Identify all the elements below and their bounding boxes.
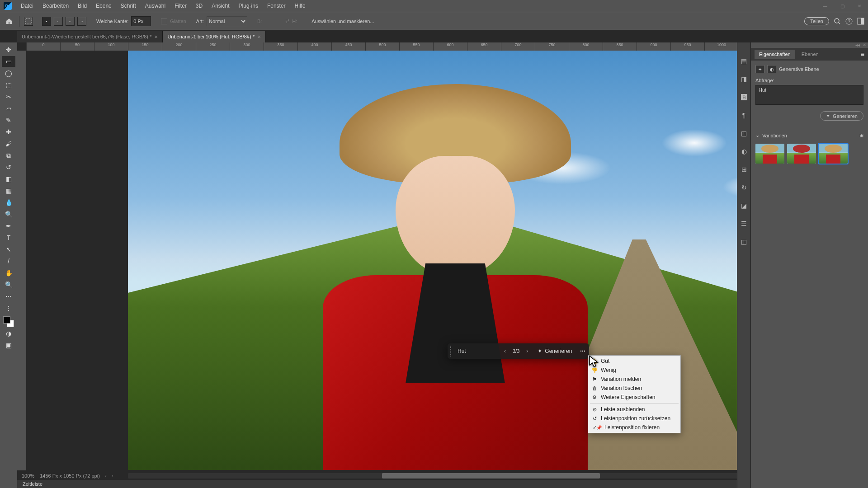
help-icon[interactable]: ? [845,18,853,25]
generative-fill-bar[interactable]: Hut ‹ 3/3 › ✦ Generieren ⋯ [448,343,589,359]
menu-fenster[interactable]: Fenster [263,3,290,9]
path-select-tool[interactable]: ↖ [2,244,15,255]
quick-mask[interactable]: ◑ [2,328,15,339]
chevron-left-icon[interactable]: ‹ [112,474,113,478]
chevron-down-icon[interactable]: ⌄ [755,132,760,138]
ctx-variation-loeschen[interactable]: 🗑Variation löschen [588,384,680,393]
menu-auswahl[interactable]: Auswahl [141,3,170,9]
sel-mode-intersect[interactable]: ▫ [77,17,86,26]
menu-plugins[interactable]: Plug-ins [234,3,263,9]
shape-tool[interactable]: / [2,256,15,267]
dock-icon-5[interactable]: ◳ [739,128,749,138]
menu-hilfe[interactable]: Hilfe [290,3,310,9]
tab-close-icon[interactable]: ✕ [154,34,158,39]
collapse-panels-icon[interactable]: ◂◂ [855,42,860,48]
healing-tool[interactable]: ✚ [2,127,15,137]
search-icon[interactable] [834,18,841,25]
chevron-right-icon[interactable]: › [105,474,107,478]
menu-bild[interactable]: Bild [73,3,91,9]
ctx-leiste-ausblenden[interactable]: ⊘Leiste ausblenden [588,405,680,414]
menu-3d[interactable]: 3D [191,3,207,9]
crop-tool[interactable]: ✂ [2,91,15,102]
generate-button-bar[interactable]: ✦ Generieren [533,348,576,354]
window-maximize[interactable]: ▢ [834,0,851,12]
workspace-icon[interactable] [857,18,864,25]
marquee-tool-icon[interactable] [24,17,33,26]
tab-ebenen[interactable]: Ebenen [797,50,823,59]
menu-ebene[interactable]: Ebene [91,3,116,9]
window-close[interactable]: ✕ [851,0,868,12]
antialias-checkbox[interactable] [161,18,167,24]
menu-filter[interactable]: Filter [170,3,191,9]
screen-mode[interactable]: ▣ [2,340,15,351]
menu-ansicht[interactable]: Ansicht [207,3,234,9]
doc-info[interactable]: 1456 Px x 1050 Px (72 ppi) [40,473,100,479]
eraser-tool[interactable]: ◧ [2,174,15,184]
blur-tool[interactable]: 💧 [2,197,15,208]
variation-thumb-3[interactable] [819,144,848,164]
zoom-tool[interactable]: 🔍 [2,279,15,290]
generate-button-panel[interactable]: ✦ Generieren [820,111,863,121]
document-tab-2[interactable]: Unbenannt-1 bei 100% (Hut, RGB/8#) * ✕ [163,31,266,42]
variation-thumb-2[interactable] [787,144,816,164]
dock-icon-7[interactable]: ⊞ [739,164,749,174]
window-minimize[interactable]: — [816,0,834,12]
more-tools[interactable]: ⋯ [2,291,15,302]
sel-mode-subtract[interactable]: ▫ [66,17,75,26]
eyedropper-tool[interactable]: ✎ [2,115,15,126]
feather-input[interactable] [131,16,151,26]
frame-tool[interactable]: ▱ [2,103,15,114]
dock-icon-9[interactable]: ◪ [739,201,749,211]
dock-icon-2[interactable]: ◨ [739,74,749,84]
tab-eigenschaften[interactable]: Eigenschaften [755,50,795,59]
next-variation-icon[interactable]: › [521,348,533,354]
close-panel-icon[interactable]: ✕ [863,42,866,48]
pen-tool[interactable]: ✒ [2,221,15,231]
history-brush-tool[interactable]: ↺ [2,162,15,173]
dock-icon-11[interactable]: ◫ [739,237,749,247]
gradient-tool[interactable]: ▦ [2,185,15,196]
dock-icon-8[interactable]: ↻ [739,183,749,192]
share-button[interactable]: Teilen [804,17,829,25]
grid-view-icon[interactable]: ⊞ [859,132,863,138]
art-select[interactable]: Normal [207,16,247,26]
dock-icon-1[interactable]: ▤ [739,56,749,66]
home-icon[interactable] [4,16,14,27]
marquee-tool[interactable]: ▭ [2,56,15,67]
tab-close-icon[interactable]: ✕ [257,34,261,39]
sel-mode-new[interactable]: ▪ [42,17,51,26]
type-tool[interactable]: T [2,232,15,243]
dodge-tool[interactable]: 🔍 [2,209,15,220]
edit-toolbar[interactable]: ⋮ [2,303,15,314]
lasso-tool[interactable]: ◯ [2,68,15,79]
ctx-wenig[interactable]: 👎Wenig [588,366,680,375]
dock-icon-4[interactable]: ¶ [739,110,749,120]
prev-variation-icon[interactable]: ‹ [499,348,511,354]
dock-icon-10[interactable]: ☰ [739,219,749,229]
dock-icon-3[interactable]: 🅰 [739,92,749,102]
more-options-icon[interactable]: ⋯ [576,348,589,354]
move-tool[interactable]: ✥ [2,44,15,55]
ctx-weitere-eigenschaften[interactable]: ⚙Weitere Eigenschaften [588,393,680,402]
prompt-textarea[interactable]: Hut [755,85,863,105]
menu-datei[interactable]: Datei [16,3,38,9]
ctx-gut[interactable]: 👍Gut [588,357,680,366]
ctx-leistenposition-zuruecksetzen[interactable]: ↺Leistenposition zurücksetzen [588,414,680,423]
object-select-tool[interactable]: ⬚ [2,80,15,90]
color-swatches[interactable] [3,316,14,327]
stamp-tool[interactable]: ⧉ [2,150,15,161]
genbar-prompt[interactable]: Hut [456,348,499,354]
zoom-level[interactable]: 100% [22,473,34,479]
dock-icon-6[interactable]: ◐ [739,146,749,156]
ctx-variation-melden[interactable]: ⚑Variation melden [588,375,680,384]
brush-tool[interactable]: 🖌 [2,138,15,149]
drag-handle-icon[interactable] [450,346,453,357]
panel-menu-icon[interactable]: ≡ [861,51,864,58]
document-tab-1[interactable]: Unbenannt-1-Wiederhergestellt bei 66,7% … [17,31,163,42]
ctx-leistenposition-fixieren[interactable]: ✓📌Leistenposition fixieren [588,423,680,432]
hand-tool[interactable]: ✋ [2,267,15,278]
sel-mode-add[interactable]: ▫ [54,17,63,26]
variation-thumb-1[interactable] [755,144,784,164]
select-and-mask-button[interactable]: Auswählen und maskieren... [311,19,374,24]
menu-schrift[interactable]: Schrift [116,3,141,9]
